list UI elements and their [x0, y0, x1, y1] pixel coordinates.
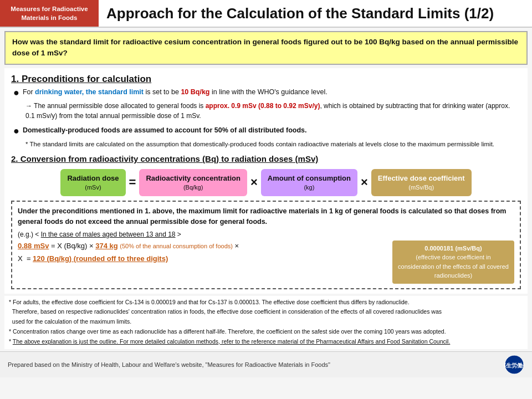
- footnote-1: * For adults, the effective dose coeffic…: [9, 298, 523, 307]
- formula-box-consumption: Amount of consumption (kg): [261, 169, 357, 197]
- section2-title: 2. Conversion from radioactivity concent…: [11, 154, 521, 165]
- dose-highlight: approx. 0.9 mSv (0.88 to 0.92 mSv/y): [206, 102, 320, 110]
- formula-box4-sub: (mSv/Bq): [378, 183, 465, 192]
- dashed-intro-text: Under the preconditions mentioned in 1. …: [18, 206, 514, 227]
- kg-value: 374 kg: [95, 242, 117, 250]
- main-content: 1. Preconditions for calculation ● For d…: [4, 68, 528, 294]
- bullet-dot-1: ●: [13, 87, 19, 99]
- footnote-3: used for the calculation of the maximum …: [9, 318, 523, 326]
- formula-box3-label: Amount of consumption: [268, 173, 351, 183]
- logo-text: Measures for Radioactive Materials in Fo…: [6, 4, 93, 22]
- formula-box2-label: Radioactivity concentration: [146, 173, 240, 183]
- formula-row: Radiation dose (mSv) = Radioactivity con…: [11, 169, 521, 197]
- times-sign-2: ×: [361, 175, 368, 190]
- dashed-box: Under the preconditions mentioned in 1. …: [11, 201, 521, 289]
- equals-sign: =: [129, 175, 136, 190]
- mhlw-icon: 厚生労働省: [504, 355, 524, 375]
- footnote-2: Therefore, based on respective radionucl…: [9, 308, 523, 316]
- bullet1-text: For drinking water, the standard limit i…: [23, 87, 521, 99]
- header: Measures for Radioactive Materials in Fo…: [0, 0, 532, 28]
- bq-kg-highlight: 10 Bq/kg: [181, 88, 209, 96]
- bullet2: ● Domestically-produced foods are assume…: [11, 125, 521, 137]
- page-title: Approach for the Calculation of the Stan…: [106, 5, 494, 22]
- right-box: 0.0000181 (mSv/Bq) (effective dose coeff…: [392, 241, 514, 284]
- calc-area: 0.0000181 (mSv/Bq) (effective dose coeff…: [18, 241, 514, 284]
- section1-title: 1. Preconditions for calculation: [11, 74, 521, 85]
- question-box: How was the standard limit for radioacti…: [4, 31, 528, 65]
- drinking-water-highlight: drinking water, the standard limit: [35, 88, 144, 96]
- formula-box3-sub: (kg): [268, 183, 351, 192]
- formula-box-radioactivity: Radioactivity concentration (Bq/kg): [139, 169, 247, 197]
- times-sign-1: ×: [250, 175, 258, 190]
- formula-box1-sub: (mSv): [67, 183, 119, 192]
- footer-notes: * For adults, the effective dose coeffic…: [4, 296, 528, 350]
- mhlw-logo: 厚生労働省: [504, 355, 524, 375]
- title-area: Approach for the Calculation of the Stan…: [99, 0, 532, 27]
- logo-box: Measures for Radioactive Materials in Fo…: [0, 0, 99, 27]
- footnote-4: * Concentration ratios change over time …: [9, 328, 523, 336]
- question-text: How was the standard limit for radioacti…: [12, 38, 518, 57]
- example-title: In the case of males aged between 13 and…: [41, 231, 176, 238]
- formula-box4-label: Effective dose coefficient: [378, 173, 465, 183]
- arrow-line: → The annual permissible dose allocated …: [11, 101, 521, 121]
- formula-box-dose-coeff: Effective dose coefficient (mSv/Bq): [371, 169, 472, 197]
- formula-box-radiation: Radiation dose (mSv): [60, 169, 125, 197]
- bullet1: ● For drinking water, the standard limit…: [11, 87, 521, 99]
- formula-box1-label: Radiation dose: [67, 173, 119, 183]
- bullet-dot-2: ●: [13, 125, 19, 137]
- formula-box2-sub: (Bq/kg): [146, 183, 240, 192]
- bottom-bar-text: Prepared based on the Ministry of Health…: [8, 361, 330, 368]
- star-note-1: * The standard limits are calculated on …: [11, 140, 521, 149]
- bullet2-text: Domestically-produced foods are assumed …: [23, 125, 521, 137]
- svg-text:厚生労働省: 厚生労働省: [504, 362, 524, 369]
- bottom-bar: Prepared based on the Ministry of Health…: [0, 351, 532, 377]
- msv-value: 0.88 mSv: [18, 242, 49, 250]
- x-value: 120 (Bq/kg) (rounded off to three digits…: [33, 254, 168, 263]
- footnote-5: * The above explanation is just the outl…: [9, 337, 523, 346]
- example-label: (e.g.) < In the case of males aged betwe…: [18, 231, 514, 238]
